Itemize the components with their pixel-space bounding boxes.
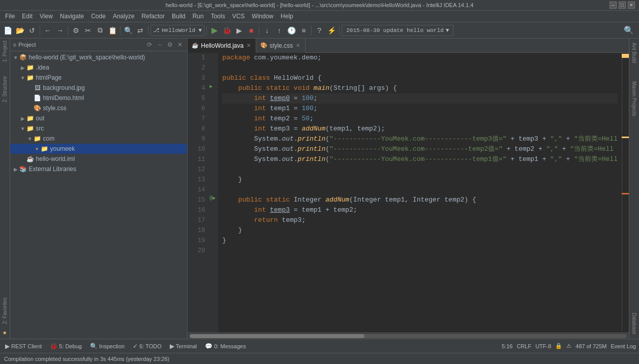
menu-build[interactable]: Build [169, 12, 189, 21]
tree-item-com[interactable]: ▼ 📁 com [10, 134, 188, 144]
debug-button[interactable]: 🐞 [221, 25, 232, 36]
menu-window[interactable]: Window [249, 12, 277, 21]
tool-debug[interactable]: 🐞 5: Debug [48, 342, 84, 350]
line-num-5: 5 [188, 93, 205, 104]
find-button[interactable]: 🔍 [123, 25, 134, 36]
tab-helloworld[interactable]: ☕ HelloWorld.java ✕ [188, 39, 256, 53]
menu-code[interactable]: Code [88, 12, 109, 21]
code-line-10: System.out.println("------------YouMeek.… [222, 144, 618, 154]
scroll-marker-top [622, 54, 629, 58]
toolbar-separator-4 [148, 26, 148, 35]
tree-item-htmlpage[interactable]: ▼ 📁 htmlPage [10, 73, 188, 83]
commit-dropdown[interactable]: 2015-08-30 update hello world ▼ [342, 25, 453, 36]
tool-inspection[interactable]: 🔍 Inspection [88, 342, 127, 350]
menu-refactor[interactable]: Refactor [139, 12, 168, 21]
copy-button[interactable]: ⧉ [95, 25, 106, 36]
project-sync-button[interactable]: ⟳ [145, 41, 154, 49]
tab-close-helloworld[interactable]: ✕ [246, 43, 252, 48]
vcs-history-button[interactable]: 🕐 [286, 25, 297, 36]
tree-item-youmeek[interactable]: ▼ 📁 youmeek [10, 144, 188, 154]
maximize-button[interactable]: □ [619, 2, 626, 9]
code-line-15: public static Integer addNum(Integer tem… [222, 195, 618, 205]
tree-arrow-ext-libs: ▶ [12, 167, 19, 172]
close-button[interactable]: ✕ [628, 2, 635, 9]
left-tab-favorites[interactable]: 2: Favorites [1, 295, 9, 326]
forward-button[interactable]: → [54, 25, 66, 36]
menu-run[interactable]: Run [190, 12, 207, 21]
tab-style[interactable]: 🎨 style.css ✕ [256, 39, 306, 53]
tree-arrow-htmlpage: ▼ [19, 75, 26, 81]
method-marker-addnum[interactable]: @▶ [209, 195, 216, 201]
event-log-label[interactable]: Event Log [611, 343, 636, 349]
minimize-button[interactable]: ─ [610, 2, 617, 9]
messages-icon: 💬 [205, 343, 212, 350]
tool-rest-client[interactable]: ▶ REST Client [3, 342, 44, 350]
vcs-annotate-button[interactable]: ≡ [298, 25, 309, 36]
menu-help[interactable]: Help [278, 12, 296, 21]
tabs-bar: ☕ HelloWorld.java ✕ 🎨 style.css ✕ [188, 39, 629, 53]
code-line-13: } [222, 175, 618, 185]
menu-view[interactable]: View [37, 12, 56, 21]
vcs-push-button[interactable]: ↑ [273, 25, 285, 36]
tree-item-hello-world[interactable]: ▼ 📦 hello-world (E:\git_work_space\hello… [10, 52, 188, 62]
paste-button[interactable]: 📋 [107, 25, 118, 36]
project-collapse-button[interactable]: − [156, 41, 164, 49]
coverage-button[interactable]: ▶ [233, 25, 245, 36]
left-tab-project[interactable]: 1: Project [1, 39, 9, 64]
encoding-indicator[interactable]: UTF-8 [535, 343, 551, 349]
stop-button[interactable]: ■ [246, 25, 257, 36]
run-button[interactable]: ▶ [209, 25, 220, 36]
scrollbar-markers[interactable] [622, 53, 629, 333]
code-editor[interactable]: 1 2 3 4 5 6 7 8 9 10 11 12 13 14 15 16 1… [188, 53, 629, 333]
global-search-icon[interactable]: 🔍 [621, 24, 637, 37]
settings-button[interactable]: ⚙ [70, 25, 81, 36]
branch-dropdown[interactable]: ⎇ HelloWorld ▼ [150, 25, 204, 36]
menu-edit[interactable]: Edit [19, 12, 36, 21]
back-button[interactable]: ← [42, 25, 53, 36]
line-num-3: 3 [188, 73, 205, 83]
tree-item-out[interactable]: ▶ 📁 out [10, 113, 188, 123]
tree-item-ext-libs[interactable]: ▶ 📚 External Libraries [10, 164, 188, 174]
cut-button[interactable]: ✂ [82, 25, 94, 36]
tool-todo[interactable]: ✓ 6: TODO [131, 342, 164, 350]
project-hide-button[interactable]: ✕ [176, 41, 184, 49]
tool-messages[interactable]: 💬 0: Messages [203, 342, 248, 350]
line-num-19: 19 [188, 236, 205, 246]
tree-item-background[interactable]: 🖼 background.jpg [10, 83, 188, 93]
replace-button[interactable]: ⇄ [135, 25, 146, 36]
right-tab-maven[interactable]: Maven Projects [630, 78, 638, 119]
favorites-star-icon[interactable]: ★ [3, 328, 7, 339]
sdk-button[interactable]: ⚡ [326, 25, 337, 36]
horizontal-scrollbar[interactable] [188, 333, 629, 339]
method-marker-main[interactable]: ▶ [209, 83, 212, 89]
line-count: 487 of 725M [575, 343, 606, 349]
right-tab-ant-build[interactable]: Ant Build [630, 40, 638, 66]
crlf-indicator[interactable]: CRLF [516, 343, 531, 349]
right-tab-database[interactable]: Database [630, 310, 638, 338]
new-file-button[interactable]: 📄 [2, 25, 13, 36]
code-content[interactable]: package com.youmeek.demo; public class H… [218, 53, 622, 333]
project-settings-icon[interactable]: ⚙ [13, 42, 17, 48]
menu-tools[interactable]: Tools [208, 12, 228, 21]
menu-file[interactable]: File [2, 12, 18, 21]
tree-item-src[interactable]: ▼ 📁 src [10, 123, 188, 134]
tree-item-htmldemo[interactable]: 📄 htmlDemo.html [10, 93, 188, 103]
folder-icon-com: 📁 [34, 135, 42, 143]
menu-analyze[interactable]: Analyze [110, 12, 138, 21]
line-num-7: 7 [188, 114, 205, 124]
refresh-button[interactable]: ↺ [26, 25, 38, 36]
menu-navigate[interactable]: Navigate [57, 12, 87, 21]
tool-terminal[interactable]: ▶ Terminal [168, 342, 199, 350]
open-button[interactable]: 📂 [14, 25, 25, 36]
line-num-8: 8 [188, 124, 205, 134]
tree-item-style-css[interactable]: 🎨 style.css [10, 103, 188, 113]
vcs-update-button[interactable]: ↓ [261, 25, 272, 36]
tab-close-style[interactable]: ✕ [295, 43, 301, 48]
menu-vcs[interactable]: VCS [229, 12, 248, 21]
help-button[interactable]: ? [314, 25, 325, 36]
toolbar-separator-1 [40, 26, 40, 35]
project-settings2-button[interactable]: ⚙ [166, 41, 174, 49]
tree-item-idea[interactable]: ▶ 📁 .idea [10, 62, 188, 73]
left-tab-structure[interactable]: 2: Structure [1, 74, 9, 105]
tree-item-iml[interactable]: ☕ hello-world.iml [10, 154, 188, 164]
